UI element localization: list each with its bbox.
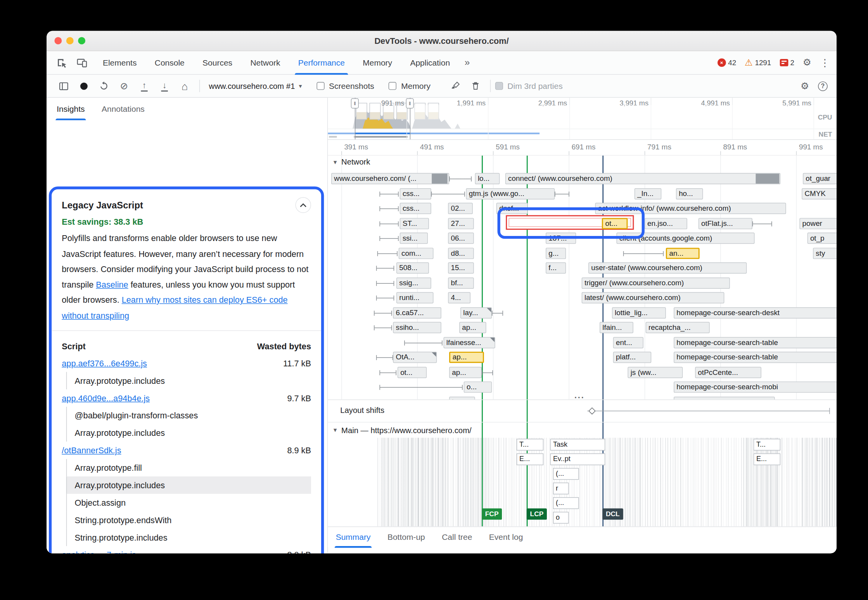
network-request-bar[interactable]: ot... [398, 367, 427, 378]
network-request-bar[interactable]: 6.ca57... [393, 307, 441, 318]
network-request-bar[interactable]: client (accounts.google.com) [616, 232, 754, 244]
memory-checkbox[interactable] [389, 82, 396, 90]
timeline-overview[interactable]: 991 ms1,991 ms2,991 ms3,991 ms4,991 ms5,… [328, 98, 837, 140]
toggle-sidebar-icon[interactable] [54, 77, 74, 95]
network-request-bar[interactable]: en.jso... [645, 218, 687, 229]
network-request-bar[interactable]: ssiho... [393, 322, 441, 333]
reload-and-record-button[interactable] [94, 77, 114, 95]
network-request-bar[interactable]: homepage-course-search-table [674, 337, 837, 348]
network-request-bar[interactable]: lottie_lig... [612, 307, 666, 318]
network-request-bar[interactable]: ot_guar [803, 173, 837, 184]
task-block[interactable]: E... [517, 453, 543, 465]
download-profile-icon[interactable]: ↓ [154, 77, 175, 95]
network-request-bar[interactable]: 06... [448, 232, 474, 244]
network-request-bar[interactable]: 15... [448, 262, 474, 274]
help-icon[interactable]: ? [818, 81, 828, 91]
script-row[interactable]: analytics-....7-min.js8.0 kB [62, 546, 311, 553]
network-request-bar[interactable]: ap... [449, 367, 482, 378]
layout-shift-diamond-icon[interactable] [588, 408, 595, 414]
script-row[interactable]: /otBannerSdk.js8.9 kB [62, 442, 311, 459]
network-request-bar[interactable]: connect/ (www.coursehero.com) [505, 173, 780, 184]
overflow-menu-icon[interactable]: ⋮ [820, 56, 830, 69]
script-link[interactable]: analytics-....7-min.js [62, 550, 136, 553]
task-block[interactable]: Ev..pt [550, 453, 605, 465]
bottom-tab-summary[interactable]: Summary [336, 527, 371, 548]
screenshots-checkbox[interactable] [316, 82, 324, 90]
script-link[interactable]: app.aef376...6e499c.js [62, 359, 147, 368]
script-row[interactable]: app.460d9e...a94b4e.js9.7 kB [62, 389, 311, 407]
record-button[interactable] [74, 77, 94, 95]
network-request-bar[interactable]: ap... [449, 352, 484, 363]
sidebar-tab-annotations[interactable]: Annotations [102, 98, 145, 120]
collapse-insight-button[interactable] [295, 197, 311, 213]
network-request-bar[interactable]: homepage-course-search-deskt [674, 307, 837, 318]
baseline-link[interactable]: Baseline [96, 279, 128, 289]
network-request-bar[interactable]: power [799, 218, 837, 229]
script-link[interactable]: /otBannerSdk.js [62, 446, 121, 455]
network-request-bar[interactable]: homepage-course-search-table [674, 352, 837, 363]
network-request-bar[interactable]: css... [400, 203, 431, 214]
script-row[interactable]: app.aef376...6e499c.js11.7 kB [62, 354, 311, 372]
device-toolbar-icon[interactable] [74, 54, 90, 71]
panel-settings-gear-icon[interactable]: ⚙ [801, 81, 809, 91]
network-request-bar[interactable]: platf... [613, 352, 651, 363]
network-request-bar[interactable]: o... [464, 382, 492, 393]
task-block[interactable]: o [553, 512, 569, 524]
sidebar-tab-insights[interactable]: Insights [57, 98, 85, 120]
warning-badge[interactable]: ⚠ 1291 [745, 58, 771, 67]
task-block[interactable]: (... [553, 468, 579, 480]
network-request-bar[interactable]: CMYK [802, 188, 837, 199]
network-request-bar[interactable]: js (ww... [628, 367, 683, 378]
network-request-bar[interactable]: 187... [546, 232, 576, 244]
network-request-bar[interactable] [674, 396, 775, 400]
network-request-bar[interactable]: bf... [448, 277, 474, 288]
network-request-bar[interactable]: ot_p [807, 232, 837, 244]
tab-memory[interactable]: Memory [354, 51, 401, 75]
network-request-bar[interactable]: 4... [448, 292, 470, 303]
network-request-bar[interactable]: 02... [448, 203, 473, 214]
main-thread-flamechart[interactable]: T...TaskT...E...Ev..ptE...(...r(...oFCPL… [328, 438, 837, 527]
network-request-bar[interactable]: ssi... [400, 232, 428, 244]
tab-sources[interactable]: Sources [194, 51, 241, 75]
network-request-bar[interactable]: ho... [676, 188, 703, 199]
error-badge[interactable]: × 42 [718, 59, 736, 67]
script-link[interactable]: app.460d9e...a94b4e.js [62, 393, 150, 403]
network-request-bar[interactable]: ot... [602, 218, 628, 229]
show-more-indicator[interactable]: ... [573, 392, 586, 399]
tab-elements[interactable]: Elements [94, 51, 146, 75]
capture-settings-brush-icon[interactable] [445, 77, 465, 95]
network-request-bar[interactable]: b... [449, 396, 475, 400]
tab-network[interactable]: Network [241, 51, 289, 75]
tab-performance[interactable]: Performance [289, 51, 354, 75]
dim-3rd-parties-checkbox[interactable] [495, 82, 503, 90]
network-request-bar[interactable]: ap... [459, 322, 486, 333]
live-metrics-home-icon[interactable]: ⌂ [175, 77, 195, 95]
inspect-element-icon[interactable] [54, 54, 70, 71]
upload-profile-icon[interactable]: ↑ [134, 77, 154, 95]
profile-history-select[interactable]: www.coursehero.com #1 ▾ [204, 82, 306, 90]
main-thread-track-header[interactable]: ▼ Main — https://www.coursehero.com/ [328, 423, 837, 438]
settings-gear-icon[interactable]: ⚙ [803, 58, 811, 68]
selection-right-handle[interactable]: ‖ [406, 98, 414, 108]
close-window-button[interactable] [54, 37, 62, 45]
network-request-bar[interactable]: www.coursehero.com/ (... [331, 173, 449, 184]
network-request-bar[interactable]: g... [546, 248, 566, 259]
network-request-bar[interactable]: ent... [613, 337, 643, 348]
network-request-bar[interactable]: _In... [635, 188, 661, 199]
network-request-bar[interactable]: lfain... [600, 322, 633, 333]
network-request-bar[interactable]: 508... [396, 262, 429, 274]
network-request-bar[interactable]: css... [400, 188, 431, 199]
network-request-bar[interactable]: user-state/ (www.coursehero.com) [588, 262, 747, 274]
selection-left-handle[interactable]: ‖ [351, 98, 359, 108]
network-request-bar[interactable]: ssig... [396, 277, 431, 288]
network-request-bar[interactable]: d8... [448, 248, 474, 259]
bottom-tab-call-tree[interactable]: Call tree [442, 527, 472, 548]
zoom-window-button[interactable] [78, 37, 85, 45]
network-request-bar[interactable]: dnsf... [496, 203, 528, 214]
minimize-window-button[interactable] [66, 37, 74, 45]
more-tabs-icon[interactable]: » [459, 57, 475, 68]
task-block[interactable]: Task [550, 439, 605, 451]
task-block[interactable]: T... [517, 439, 543, 451]
network-request-bar[interactable]: runti... [396, 292, 434, 303]
network-request-bar[interactable]: com... [399, 248, 434, 259]
